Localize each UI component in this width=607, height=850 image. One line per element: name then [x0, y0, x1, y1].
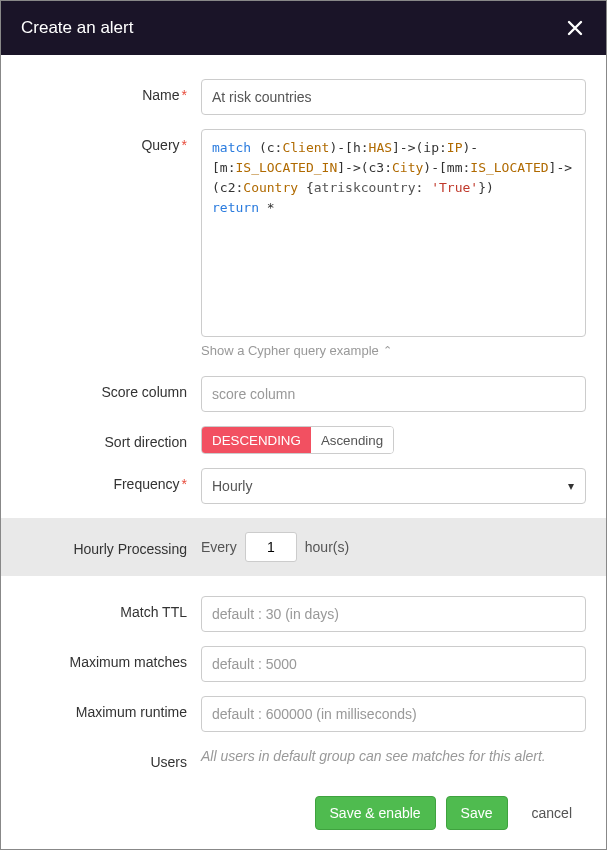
sort-direction-label: Sort direction	[21, 426, 201, 450]
score-column-label: Score column	[21, 376, 201, 400]
sort-direction-toggle: DESCENDING Ascending	[201, 426, 394, 454]
hourly-processing-row: Hourly Processing Every hour(s)	[1, 518, 606, 576]
chevron-up-icon: ⌃	[383, 344, 392, 357]
hourly-unit-text: hour(s)	[305, 539, 349, 555]
users-label: Users	[21, 746, 201, 770]
save-button[interactable]: Save	[446, 796, 508, 830]
save-enable-button[interactable]: Save & enable	[315, 796, 436, 830]
match-ttl-label: Match TTL	[21, 596, 201, 620]
query-label: Query*	[21, 129, 201, 153]
max-matches-label: Maximum matches	[21, 646, 201, 670]
max-matches-input[interactable]	[201, 646, 586, 682]
modal-title: Create an alert	[21, 18, 133, 38]
modal-footer: Save & enable Save cancel	[1, 784, 606, 849]
cancel-button[interactable]: cancel	[518, 796, 586, 830]
name-input[interactable]	[201, 79, 586, 115]
score-column-input[interactable]	[201, 376, 586, 412]
frequency-label: Frequency*	[21, 468, 201, 492]
hourly-processing-label: Hourly Processing	[21, 537, 201, 557]
frequency-select[interactable]: Hourly	[201, 468, 586, 504]
max-runtime-label: Maximum runtime	[21, 696, 201, 720]
match-ttl-input[interactable]	[201, 596, 586, 632]
query-editor[interactable]: match (c:Client)-[h:HAS]->(ip:IP)-[m:IS_…	[201, 129, 586, 337]
close-icon[interactable]	[564, 17, 586, 39]
name-label: Name*	[21, 79, 201, 103]
show-example-link[interactable]: Show a Cypher query example ⌃	[201, 343, 392, 358]
create-alert-modal: Create an alert Name* Query* match (c:Cl…	[0, 0, 607, 850]
hourly-value-input[interactable]	[245, 532, 297, 562]
hourly-every-text: Every	[201, 539, 237, 555]
modal-body: Name* Query* match (c:Client)-[h:HAS]->(…	[1, 55, 606, 849]
users-note: All users in default group can see match…	[201, 746, 586, 764]
max-runtime-input[interactable]	[201, 696, 586, 732]
sort-ascending-button[interactable]: Ascending	[311, 427, 393, 453]
sort-descending-button[interactable]: DESCENDING	[202, 427, 311, 453]
modal-header: Create an alert	[1, 1, 606, 55]
